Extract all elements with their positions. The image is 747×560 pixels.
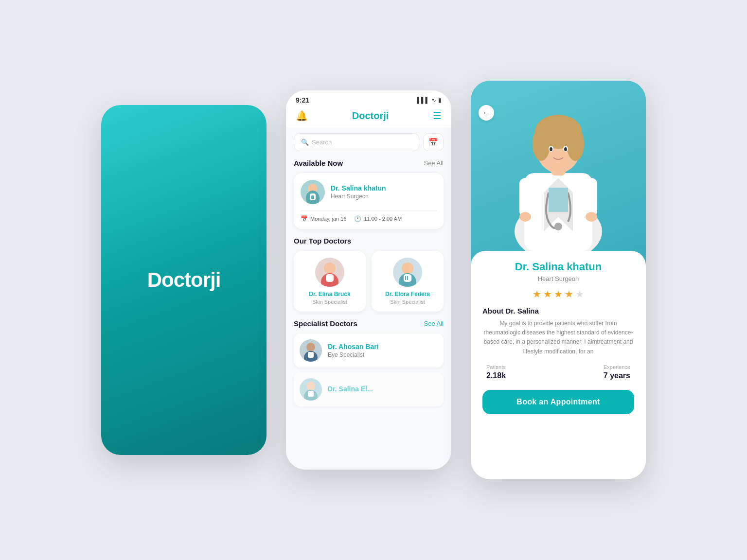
top-doc-specialty-2: Skin Specialist	[376, 299, 439, 305]
date-icon: 📅	[301, 215, 308, 222]
time-icon: 🕐	[354, 215, 361, 222]
svg-rect-4	[311, 195, 314, 199]
experience-label: Experience	[604, 364, 630, 370]
rating-stars: ★ ★ ★ ★ ★	[482, 288, 634, 300]
about-text: My goal is to provide patients who suffe…	[482, 319, 634, 356]
available-card-footer: 📅 Monday, jan 16 🕐 11.00 - 2.00 AM	[301, 210, 437, 222]
svg-rect-39	[585, 178, 597, 217]
top-doc-specialty-1: Skin Specialist	[299, 299, 361, 305]
profile-hero: ←	[471, 81, 646, 265]
svg-rect-8	[326, 274, 334, 282]
top-doc-avatar-1	[315, 258, 344, 287]
patients-label: Patients	[486, 364, 506, 370]
signal-icon: ▌▌▌	[417, 97, 429, 104]
specialist-see-all[interactable]: See All	[424, 320, 444, 327]
experience-value: 7 years	[604, 371, 630, 380]
specialist-avatar-1	[300, 339, 322, 362]
experience-stat: Experience 7 years	[604, 364, 630, 380]
svg-rect-22	[308, 391, 314, 397]
specialist-name-2: Dr. Salina El...	[328, 385, 373, 393]
search-row: 🔍 Search 📅	[294, 133, 444, 151]
star-4: ★	[565, 288, 573, 300]
status-icons-main: ▌▌▌ ∿ ▮	[417, 97, 442, 104]
top-doc-name-2: Dr. Elora Federa	[376, 291, 439, 298]
specialist-row-1[interactable]: Dr. Ahosan Bari Eye Specialist	[294, 333, 444, 368]
specialist-avatar-2	[300, 378, 322, 401]
main-app-title: Doctorji	[352, 110, 389, 122]
svg-point-16	[306, 343, 315, 351]
svg-point-10	[402, 262, 413, 274]
specialist-row-2[interactable]: Dr. Salina El...	[294, 372, 444, 406]
available-doc-avatar	[301, 180, 325, 204]
svg-point-40	[519, 212, 531, 222]
specialist-info-1: Dr. Ahosan Bari Eye Specialist	[328, 343, 379, 358]
specialist-title: Specialist Doctors	[294, 319, 357, 328]
appointment-date: Monday, jan 16	[310, 216, 346, 222]
status-time-main: 9:21	[296, 96, 309, 104]
profile-doc-name: Dr. Salina khatun	[482, 261, 634, 273]
top-doc-name-1: Dr. Elina Bruck	[299, 291, 361, 298]
top-doc-card-2[interactable]: Dr. Elora Federa Skin Specialist	[372, 251, 444, 312]
specialist-info-2: Dr. Salina El...	[328, 385, 373, 394]
specialist-specialty-1: Eye Specialist	[328, 351, 379, 358]
svg-point-41	[586, 212, 597, 222]
available-see-all[interactable]: See All	[424, 159, 444, 167]
specialist-header: Specialist Doctors See All	[294, 319, 444, 328]
profile-card: Dr. Salina khatun Heart Surgeon ★ ★ ★ ★ …	[471, 251, 646, 479]
status-bar-main: 9:21 ▌▌▌ ∿ ▮	[286, 90, 451, 107]
doctor-illustration	[505, 95, 612, 251]
svg-rect-37	[549, 188, 568, 212]
battery-icon: ▮	[438, 97, 442, 104]
patients-value: 2.18k	[486, 371, 506, 380]
specialist-name-1: Dr. Ahosan Bari	[328, 343, 379, 350]
phone-profile: 12:20 ▌▌▌ ∿ ▮ ←	[471, 81, 646, 479]
search-icon: 🔍	[301, 139, 309, 146]
back-button[interactable]: ←	[479, 105, 494, 121]
star-5: ★	[575, 288, 584, 300]
about-title: About Dr. Salina	[482, 307, 634, 315]
profile-doc-specialty: Heart Surgeon	[482, 275, 634, 282]
splash-title: Doctorji	[147, 268, 221, 292]
available-now-header: Available Now See All	[294, 159, 444, 167]
available-doc-specialty: Heart Surgeon	[331, 193, 386, 200]
main-app-header: 🔔 Doctorji ☰	[286, 107, 451, 127]
star-2: ★	[543, 288, 552, 300]
available-now-title: Available Now	[294, 159, 343, 167]
svg-point-27	[554, 223, 562, 230]
available-card[interactable]: Dr. Salina khatun Heart Surgeon 📅 Monday…	[294, 173, 444, 229]
bell-icon[interactable]: 🔔	[296, 110, 308, 122]
top-doctors-header: Our Top Doctors	[294, 237, 444, 245]
available-doc-name: Dr. Salina khatun	[331, 184, 386, 192]
menu-icon[interactable]: ☰	[433, 110, 442, 122]
svg-point-35	[550, 147, 552, 151]
star-1: ★	[533, 288, 541, 300]
phone-splash: Doctorji	[101, 105, 267, 455]
search-placeholder: Search	[312, 139, 332, 146]
calendar-icon: 📅	[428, 138, 438, 147]
calendar-button[interactable]: 📅	[423, 133, 444, 151]
book-appointment-button[interactable]: Book an Appointment	[482, 390, 634, 414]
patients-stat: Patients 2.18k	[486, 364, 506, 380]
footer-time: 🕐 11.00 - 2.00 AM	[354, 215, 402, 222]
phone-main: 9:21 ▌▌▌ ∿ ▮ 🔔 Doctorji ☰ 🔍 Search 📅 Ava…	[286, 90, 451, 470]
appointment-time: 11.00 - 2.00 AM	[364, 216, 402, 222]
wifi-icon: ∿	[431, 97, 436, 104]
back-icon: ←	[482, 108, 490, 117]
svg-rect-18	[308, 352, 314, 358]
top-doctors-title: Our Top Doctors	[294, 237, 351, 245]
svg-point-6	[324, 262, 336, 274]
top-doc-avatar-2	[393, 258, 422, 287]
svg-rect-38	[519, 178, 532, 217]
stats-row: Patients 2.18k Experience 7 years	[482, 364, 634, 380]
svg-point-20	[306, 382, 315, 390]
svg-point-31	[533, 127, 550, 161]
search-bar[interactable]: 🔍 Search	[294, 133, 419, 151]
footer-date: 📅 Monday, jan 16	[301, 215, 346, 222]
star-3: ★	[554, 288, 563, 300]
available-doc-row: Dr. Salina khatun Heart Surgeon	[301, 180, 437, 204]
svg-point-36	[564, 147, 567, 151]
svg-point-32	[567, 127, 584, 161]
top-doctors-grid: Dr. Elina Bruck Skin Specialist Dr. Elor…	[294, 251, 444, 312]
top-doc-card-1[interactable]: Dr. Elina Bruck Skin Specialist	[294, 251, 366, 312]
main-content: 🔍 Search 📅 Available Now See All	[286, 127, 451, 470]
